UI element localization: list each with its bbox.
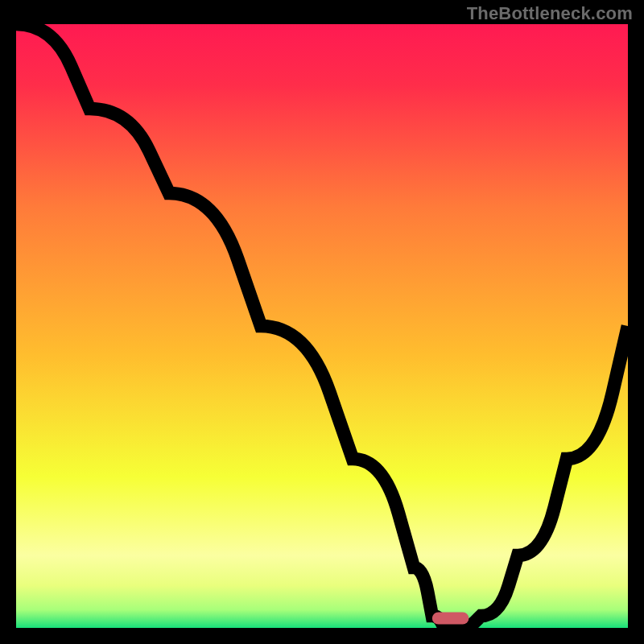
watermark-text: TheBottleneck.com — [467, 3, 633, 24]
bottleneck-chart — [16, 24, 628, 628]
optimal-marker — [432, 613, 469, 625]
chart-frame: TheBottleneck.com — [0, 0, 644, 644]
